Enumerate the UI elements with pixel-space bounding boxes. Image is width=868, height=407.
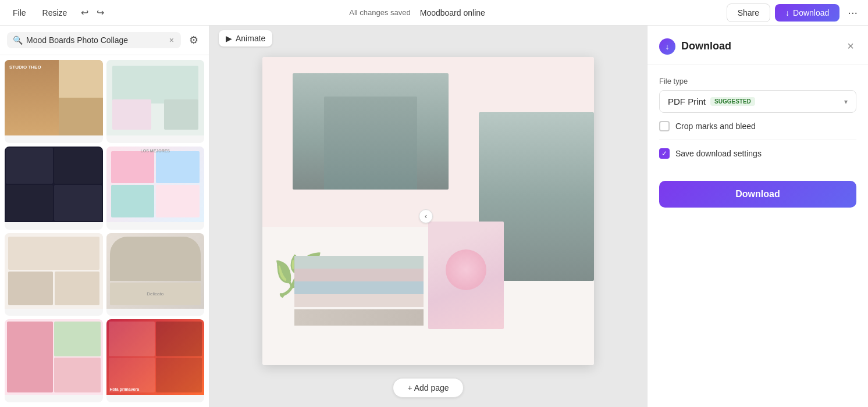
- animate-bar: ▶ Animate: [209, 26, 647, 51]
- template-grid: STUDIO THEO: [0, 55, 209, 407]
- download-icon: ↓: [785, 8, 789, 17]
- template-card[interactable]: [5, 233, 103, 316]
- file-type-name: PDF Print: [668, 97, 706, 106]
- main-person-image: [293, 73, 449, 190]
- panel-title: ↓ Download: [659, 38, 731, 55]
- search-icon: 🔍: [13, 35, 23, 45]
- undo-redo-group: ↩ ↪: [77, 5, 108, 20]
- topbar-center: All changes saved Moodboard online: [112, 8, 721, 17]
- crop-marks-checkbox[interactable]: [659, 121, 670, 131]
- download-button-top[interactable]: ↓ Download: [775, 4, 839, 22]
- download-action-button[interactable]: Download: [659, 181, 856, 208]
- suggested-badge: Suggested: [710, 97, 755, 106]
- template-card[interactable]: LOS MEJORES: [106, 147, 205, 230]
- more-options-button[interactable]: ···: [844, 3, 861, 22]
- template-card[interactable]: [106, 60, 205, 143]
- animate-play-icon: ▶: [226, 34, 232, 43]
- filter-button[interactable]: ⚙: [186, 31, 202, 49]
- panel-body: File type PDF Print Suggested ▾ Crop mar…: [648, 65, 868, 407]
- undo-button[interactable]: ↩: [77, 5, 92, 20]
- cotton-candy-image: [428, 222, 504, 329]
- download-button-top-label: Download: [793, 8, 829, 17]
- canvas-area: ▶ Animate ‹ 🌿: [209, 26, 647, 407]
- download-arrow-icon: ↓: [666, 42, 670, 51]
- add-page-bar: + Add page: [393, 378, 463, 398]
- crop-marks-label: Crop marks and bleed: [675, 122, 756, 131]
- topbar-right: Share ↓ Download ···: [727, 3, 861, 22]
- add-page-button[interactable]: + Add page: [393, 378, 463, 398]
- save-settings-row: ✓ Save download settings: [659, 140, 856, 167]
- crop-marks-row: Crop marks and bleed: [659, 113, 856, 140]
- main-area: 🔍 × ⚙ STUDIO THEO: [0, 26, 868, 407]
- download-panel: ↓ Download × File type PDF Print Suggest…: [647, 26, 868, 407]
- save-settings-checkbox[interactable]: ✓: [659, 148, 670, 159]
- close-panel-button[interactable]: ×: [845, 37, 856, 55]
- file-type-selector[interactable]: PDF Print Suggested ▾: [659, 90, 856, 113]
- design-title: Moodboard online: [420, 8, 485, 17]
- resize-button[interactable]: Resize: [37, 5, 73, 21]
- chevron-down-icon: ▾: [844, 98, 848, 106]
- template-card[interactable]: [5, 147, 103, 230]
- clear-search-button[interactable]: ×: [168, 35, 175, 45]
- color-swatches: [294, 256, 424, 307]
- redo-button[interactable]: ↪: [93, 5, 108, 20]
- save-settings-label: Save download settings: [675, 149, 762, 158]
- panel-title-text: Download: [681, 40, 731, 52]
- search-input[interactable]: [26, 35, 165, 45]
- template-card[interactable]: Delicato: [106, 233, 205, 316]
- topbar-left: File Resize ↩ ↪: [7, 5, 108, 21]
- changes-saved-label: All changes saved: [349, 8, 411, 17]
- sidebar-search-bar: 🔍 × ⚙: [0, 26, 209, 55]
- file-menu-button[interactable]: File: [7, 5, 32, 21]
- file-type-label: File type: [659, 77, 856, 85]
- animate-button[interactable]: ▶ Animate: [219, 30, 272, 47]
- download-panel-icon: ↓: [659, 38, 675, 55]
- sidebar: 🔍 × ⚙ STUDIO THEO: [0, 26, 209, 407]
- search-input-wrapper: 🔍 ×: [7, 32, 181, 48]
- template-card[interactable]: [5, 319, 103, 402]
- template-card[interactable]: STUDIO THEO: [5, 60, 103, 143]
- animate-label: Animate: [236, 34, 265, 43]
- share-button[interactable]: Share: [727, 3, 770, 22]
- topbar: File Resize ↩ ↪ All changes saved Moodbo…: [0, 0, 868, 26]
- panel-header: ↓ Download ×: [648, 26, 868, 65]
- template-card[interactable]: Hola primavera: [106, 319, 205, 402]
- hide-sidebar-button[interactable]: ‹: [419, 209, 433, 223]
- bottom-left-image: [294, 309, 424, 326]
- file-type-left: PDF Print Suggested: [668, 97, 755, 106]
